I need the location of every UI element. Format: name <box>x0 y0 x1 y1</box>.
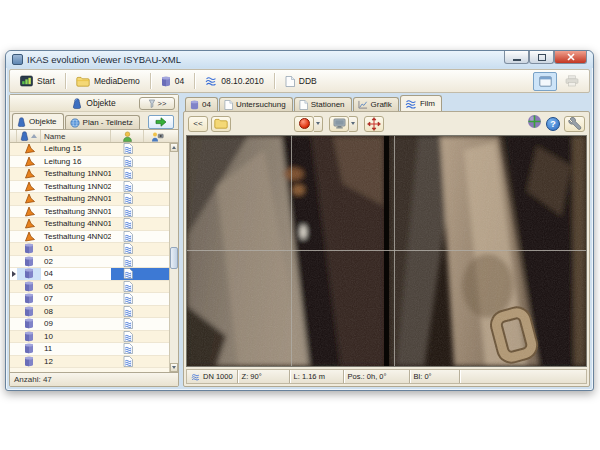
record-button[interactable] <box>294 116 314 132</box>
monitor-button[interactable] <box>329 116 349 132</box>
apply-selection-button[interactable] <box>148 115 174 129</box>
table-row[interactable]: 07 <box>10 293 178 306</box>
collapse-panel-button[interactable]: << <box>188 116 208 132</box>
table-row[interactable]: Leitung 15 <box>10 143 178 156</box>
node-icon <box>24 256 34 267</box>
table-row[interactable]: 08 <box>10 306 178 319</box>
close-button[interactable] <box>554 51 587 64</box>
count-status-bar: Anzahl: 47 <box>10 372 178 386</box>
object-button[interactable]: 04 <box>156 74 189 89</box>
project-button[interactable]: MediaDemo <box>71 74 145 89</box>
tab-film[interactable]: Film <box>400 95 442 111</box>
main-area: Objekte >> Objekte Plan - Teilnetz <box>9 94 590 387</box>
table-row[interactable]: 10 <box>10 331 178 344</box>
start-icon <box>20 75 33 87</box>
window-layout-button[interactable] <box>533 72 557 91</box>
tab-objekte[interactable]: Objekte <box>12 113 64 129</box>
table-row[interactable]: Testhaltung 1NN01 <box>10 168 178 181</box>
scrollbar-thumb[interactable] <box>170 247 178 269</box>
node-icon <box>24 306 34 317</box>
title-bar[interactable]: IKAS evolution Viewer ISYBAU-XML <box>6 51 593 68</box>
inspection-date-button[interactable]: 08.10.2010 <box>200 74 269 88</box>
video-area <box>186 135 587 367</box>
maximize-icon <box>538 54 546 61</box>
tab-04[interactable]: 04 <box>185 97 218 111</box>
scrollbar-track[interactable] <box>170 152 178 363</box>
gutter-column-header[interactable] <box>10 130 17 142</box>
film-column-header[interactable] <box>144 130 171 142</box>
record-dropdown[interactable] <box>314 116 323 132</box>
table-row[interactable]: 09 <box>10 318 178 331</box>
minimize-button[interactable] <box>504 51 529 64</box>
section-icon <box>24 231 35 242</box>
sphere-icon <box>527 114 542 129</box>
name-column-header[interactable]: Name <box>41 130 111 142</box>
table-row[interactable]: Testhaltung 4NN02 <box>10 231 178 244</box>
table-row[interactable]: Testhaltung 4NN01 <box>10 218 178 231</box>
cylinder-icon <box>161 76 171 87</box>
window-layout-icon <box>539 76 552 87</box>
table-row[interactable]: Testhaltung 1NN02 <box>10 181 178 194</box>
table-row[interactable]: 02 <box>10 256 178 269</box>
toolbar-separator <box>150 73 151 89</box>
pipe-diameter-segment: DN 1000 <box>187 370 238 383</box>
chevron-down-icon <box>316 122 320 125</box>
waves-icon <box>405 99 417 109</box>
print-button[interactable] <box>560 72 584 91</box>
funnel-icon <box>148 99 156 108</box>
open-media-button[interactable] <box>211 116 231 132</box>
3d-view-button[interactable] <box>527 114 542 133</box>
tab-grafik[interactable]: Grafik <box>353 97 399 111</box>
detail-panel: 04 Untersuchung Stationen Grafik <box>183 94 590 387</box>
tab-stationen[interactable]: Stationen <box>294 97 352 111</box>
arrow-up-icon <box>172 146 176 149</box>
film-toolbar: << <box>186 114 587 135</box>
start-button[interactable]: Start <box>15 73 60 89</box>
maximize-button[interactable] <box>529 51 554 64</box>
cylinder-icon <box>190 100 199 110</box>
inspection-column-header[interactable] <box>111 130 144 142</box>
film-doc-icon <box>123 218 133 229</box>
settings-button[interactable] <box>564 116 585 132</box>
app-window: IKAS evolution Viewer ISYBAU-XML Start M… <box>5 50 594 391</box>
pan-arrows-icon <box>367 117 381 131</box>
help-button[interactable]: ? <box>546 117 560 131</box>
toolbar-separator <box>194 73 195 89</box>
film-doc-icon <box>123 168 133 179</box>
objects-panel-title: Objekte <box>86 98 115 108</box>
table-row-selected[interactable]: 04 <box>10 268 178 281</box>
film-doc-icon <box>123 181 133 192</box>
objekte-icon <box>17 117 26 127</box>
section-icon <box>24 143 35 154</box>
table-row[interactable]: Leitung 16 <box>10 156 178 169</box>
sewer-camera-image-right <box>389 136 586 366</box>
table-row[interactable]: Testhaltung 2NN01 <box>10 193 178 206</box>
scroll-down-button[interactable] <box>170 363 178 372</box>
film-doc-icon <box>123 206 133 217</box>
tab-plan-teilnetz[interactable]: Plan - Teilnetz <box>65 115 140 129</box>
zoom-angle-segment: Z: 90° <box>238 370 290 383</box>
film-doc-icon <box>123 193 133 204</box>
pan-control-button[interactable] <box>364 116 384 132</box>
position-segment: Pos.: 0h, 0° <box>344 370 410 383</box>
monitor-dropdown[interactable] <box>349 116 358 132</box>
table-row[interactable]: 11 <box>10 343 178 356</box>
table-row[interactable]: Testhaltung 3NN01 <box>10 206 178 219</box>
expand-panel-button[interactable]: >> <box>139 97 175 110</box>
minimize-icon <box>513 59 521 61</box>
video-pane-left[interactable] <box>187 136 384 366</box>
table-row[interactable]: 05 <box>10 281 178 294</box>
globe-icon <box>70 118 80 128</box>
type-column-header[interactable] <box>17 130 41 142</box>
table-row[interactable]: 12 <box>10 356 178 369</box>
ddb-button[interactable]: DDB <box>280 74 322 89</box>
table-row[interactable]: 01 <box>10 243 178 256</box>
list-scrollbar[interactable] <box>169 143 178 372</box>
tab-untersuchung[interactable]: Untersuchung <box>219 97 293 111</box>
scroll-up-button[interactable] <box>170 143 178 152</box>
objects-panel-header: Objekte >> <box>10 95 178 112</box>
table-header: Name <box>10 130 178 143</box>
video-pane-right[interactable] <box>389 136 586 366</box>
arrow-down-icon <box>172 366 176 369</box>
node-icon <box>24 331 34 342</box>
